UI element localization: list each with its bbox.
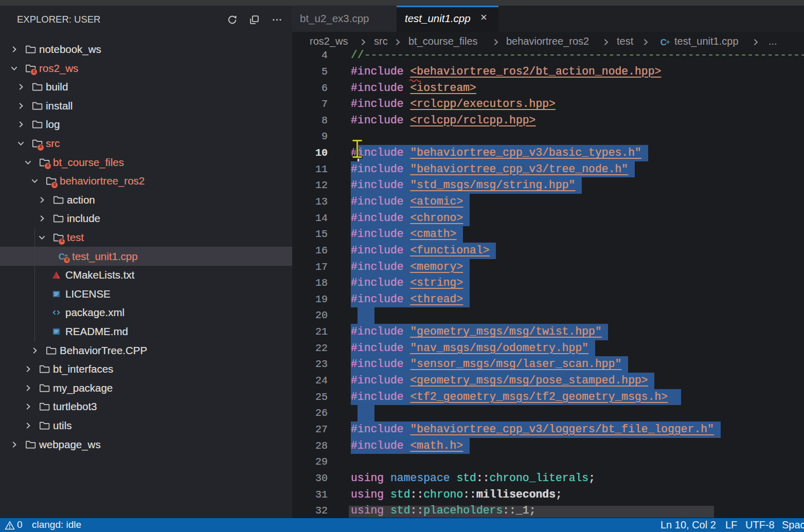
svg-text:+: +	[666, 38, 670, 46]
